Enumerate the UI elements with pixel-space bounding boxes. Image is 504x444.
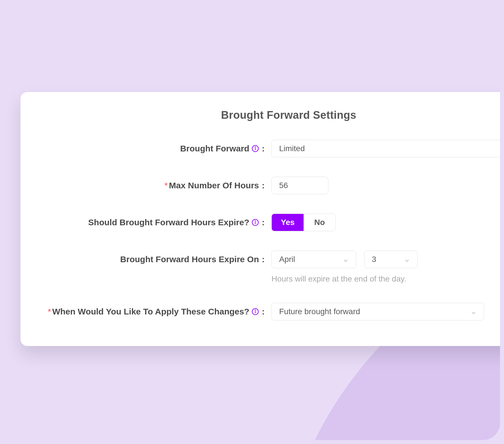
- field-row-should-expire: Should Brought Forward Hours Expire? : Y…: [43, 214, 500, 231]
- expire-no-button[interactable]: No: [304, 214, 335, 231]
- expire-hint-text: Hours will expire at the end of the day.: [271, 274, 406, 284]
- field-row-expire-on: Brought Forward Hours Expire On : April …: [43, 251, 500, 268]
- field-row-max-hours: *Max Number Of Hours : 56: [43, 177, 500, 194]
- expire-toggle-group: Yes No: [271, 214, 336, 231]
- info-icon[interactable]: [252, 145, 259, 152]
- hint-row-expire: Hours will expire at the end of the day.: [43, 272, 500, 284]
- chevron-down-icon: [404, 257, 410, 262]
- expire-day-select[interactable]: 3: [364, 251, 418, 268]
- svg-point-8: [255, 310, 256, 310]
- info-icon[interactable]: [252, 219, 259, 226]
- expire-month-select[interactable]: April: [271, 251, 356, 268]
- label-should-expire: Should Brought Forward Hours Expire? :: [43, 218, 271, 227]
- label-expire-on: Brought Forward Hours Expire On :: [43, 255, 271, 264]
- field-row-apply-changes: *When Would You Like To Apply These Chan…: [43, 303, 500, 320]
- label-apply-changes: *When Would You Like To Apply These Chan…: [43, 307, 271, 316]
- info-icon[interactable]: [252, 308, 259, 315]
- apply-changes-select[interactable]: Future brought forward: [271, 303, 484, 320]
- brought-forward-select[interactable]: Limited: [271, 140, 500, 157]
- svg-point-5: [255, 221, 256, 221]
- chevron-down-icon: [471, 309, 476, 314]
- expire-yes-button[interactable]: Yes: [272, 214, 304, 231]
- settings-card: Brought Forward Settings Brought Forward…: [20, 92, 500, 346]
- max-hours-input[interactable]: 56: [271, 177, 328, 194]
- label-brought-forward: Brought Forward :: [43, 144, 271, 153]
- background-container: Brought Forward Settings Brought Forward…: [4, 4, 500, 440]
- card-title: Brought Forward Settings: [43, 109, 500, 121]
- svg-point-2: [255, 147, 256, 147]
- label-max-hours: *Max Number Of Hours :: [43, 181, 271, 190]
- chevron-down-icon: [343, 257, 349, 262]
- field-row-brought-forward: Brought Forward : Limited: [43, 140, 500, 157]
